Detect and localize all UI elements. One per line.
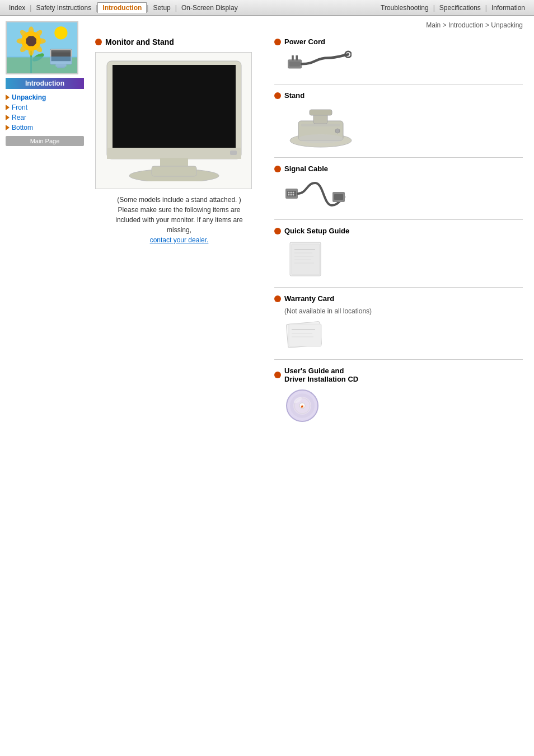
- sidebar-item-rear[interactable]: Rear: [6, 114, 84, 121]
- svg-rect-37: [301, 124, 340, 126]
- orange-dot-warranty: [274, 295, 281, 302]
- warranty-subtitle: (Not available in all locations): [284, 307, 523, 315]
- svg-rect-24: [160, 158, 188, 166]
- sidebar-illustration: [7, 21, 77, 74]
- svg-point-38: [335, 129, 340, 133]
- sidebar: Introduction Unpacking Front Rear Bottom…: [6, 21, 84, 439]
- sidebar-link-rear[interactable]: Rear: [12, 114, 26, 121]
- svg-rect-48: [334, 194, 343, 200]
- arrow-icon-unpacking: [6, 95, 10, 100]
- svg-text:★: ★: [300, 404, 305, 409]
- item-stand: Stand: [274, 91, 523, 158]
- svg-point-46: [293, 194, 294, 196]
- content-area: Main > Introduction > Unpacking Monitor …: [90, 21, 528, 439]
- sidebar-link-front[interactable]: Front: [12, 104, 27, 111]
- sidebar-item-bottom[interactable]: Bottom: [6, 124, 84, 132]
- sidebar-link-bottom[interactable]: Bottom: [12, 124, 33, 132]
- item-users-guide: User's Guide and Driver Installation CD: [274, 367, 523, 433]
- left-column: Monitor and Stand: [95, 37, 263, 439]
- svg-point-45: [291, 194, 292, 196]
- sidebar-item-unpacking[interactable]: Unpacking: [6, 93, 84, 101]
- sidebar-intro-label: Introduction: [6, 78, 84, 89]
- svg-rect-17: [55, 64, 66, 67]
- svg-rect-21: [113, 65, 236, 148]
- nav-bar: Index | Safety Instructions | Introducti…: [0, 0, 534, 16]
- svg-point-43: [293, 192, 294, 194]
- quick-guide-title: Quick Setup Guide: [274, 227, 523, 235]
- content-body: Monitor and Stand: [95, 37, 523, 439]
- warranty-title: Warranty Card: [274, 294, 523, 303]
- svg-rect-35: [310, 110, 332, 115]
- item-warranty: Warranty Card (Not available in all loca…: [274, 294, 523, 360]
- main-content: Introduction Unpacking Front Rear Bottom…: [0, 16, 534, 445]
- nav-setup[interactable]: Setup: [148, 3, 175, 13]
- orange-dot-signal: [274, 166, 281, 172]
- nav-info[interactable]: Information: [487, 3, 530, 13]
- svg-rect-26: [152, 166, 196, 176]
- item-power-cord: Power Cord: [274, 37, 523, 84]
- nav-introduction[interactable]: Introduction: [97, 2, 147, 13]
- svg-point-41: [288, 192, 290, 194]
- nav-osd[interactable]: On-Screen Display: [177, 3, 242, 13]
- quick-guide-svg: [284, 240, 329, 279]
- sidebar-nav: Unpacking Front Rear Bottom: [6, 93, 84, 132]
- item-quick-guide: Quick Setup Guide: [274, 227, 523, 288]
- svg-rect-22: [107, 148, 241, 159]
- orange-dot-guide: [274, 228, 281, 234]
- monitor-illustration-box: [95, 52, 252, 189]
- svg-point-2: [54, 26, 67, 39]
- svg-point-36: [298, 134, 343, 143]
- signal-cable-title: Signal Cable: [274, 165, 523, 173]
- nav-index[interactable]: Index: [4, 3, 30, 13]
- breadcrumb: Main > Introduction > Unpacking: [95, 21, 523, 29]
- item-signal-cable: Signal Cable: [274, 165, 523, 220]
- nav-troubleshooting[interactable]: Troubleshooting: [376, 3, 433, 13]
- svg-point-6: [29, 26, 34, 36]
- stand-title: Stand: [274, 91, 523, 100]
- arrow-icon-rear: [6, 115, 10, 120]
- svg-rect-23: [230, 151, 237, 155]
- nav-specs[interactable]: Specifications: [435, 3, 485, 13]
- svg-point-7: [29, 46, 34, 55]
- stand-svg: [284, 104, 357, 149]
- orange-dot-stand: [274, 92, 281, 99]
- monitor-description: (Some models include a stand attached. )…: [95, 195, 263, 245]
- svg-rect-40: [287, 191, 296, 196]
- power-cord-title: Power Cord: [274, 37, 523, 46]
- sidebar-image: [6, 21, 78, 74]
- svg-rect-18: [57, 67, 65, 68]
- svg-rect-1: [7, 57, 77, 73]
- nav-safety[interactable]: Safety Instructions: [31, 3, 96, 13]
- orange-dot-monitor: [95, 39, 102, 45]
- warranty-svg: [284, 318, 326, 351]
- monitor-section-title: Monitor and Stand: [95, 37, 263, 46]
- power-cord-svg: [284, 50, 352, 76]
- svg-point-44: [288, 194, 290, 196]
- cd-svg: ★: [284, 388, 321, 424]
- signal-cable-svg: [284, 177, 346, 211]
- svg-point-9: [36, 39, 45, 44]
- monitor-svg: [101, 58, 247, 181]
- orange-dot-cd: [274, 372, 281, 378]
- contact-dealer-link[interactable]: contact your dealer.: [150, 236, 209, 244]
- arrow-icon-front: [6, 105, 10, 110]
- svg-rect-30: [296, 55, 298, 60]
- svg-point-42: [291, 192, 292, 194]
- svg-rect-57: [289, 324, 321, 346]
- sidebar-item-front[interactable]: Front: [6, 104, 84, 111]
- sidebar-link-unpacking[interactable]: Unpacking: [12, 93, 46, 101]
- right-column: Power Cord: [274, 37, 523, 439]
- svg-rect-28: [289, 62, 301, 67]
- main-page-button[interactable]: Main Page: [6, 136, 84, 146]
- svg-point-8: [16, 39, 26, 44]
- svg-rect-29: [292, 55, 294, 60]
- orange-dot-power-cord: [274, 39, 281, 45]
- arrow-icon-bottom: [6, 125, 10, 130]
- users-guide-title: User's Guide and Driver Installation CD: [274, 367, 523, 383]
